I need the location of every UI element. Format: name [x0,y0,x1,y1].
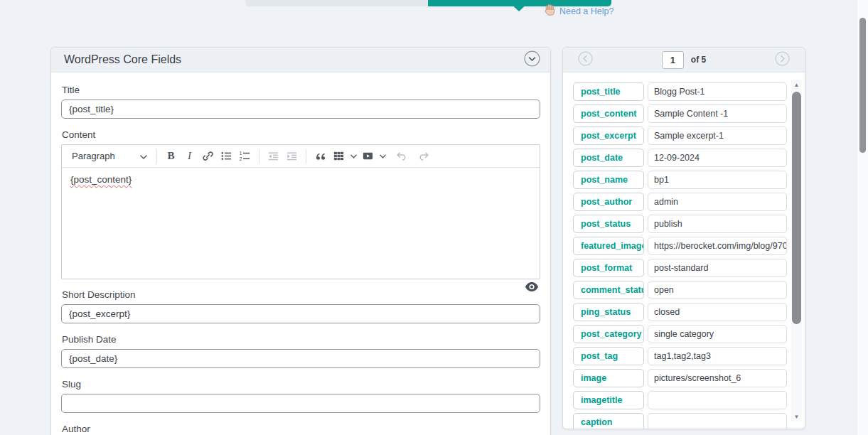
preview-scrollbar-thumb[interactable] [792,92,801,324]
row-value[interactable] [648,413,787,429]
slug-input[interactable] [61,394,540,413]
svg-text:1: 1 [240,151,242,156]
table-icon[interactable] [330,148,348,165]
blockquote-icon[interactable] [311,148,329,165]
row-value[interactable]: publish [648,215,787,233]
mapping-row: post_content Sample Content -1 [573,104,805,123]
row-field-label[interactable]: post_name [573,171,644,189]
collapse-panel-button[interactable] [524,50,540,69]
mapping-row: post_category single category [573,325,805,343]
table-menu-chevron-icon[interactable] [348,148,358,165]
row-value[interactable]: open [648,281,787,299]
outdent-icon[interactable] [264,148,282,165]
slug-field-label: Slug [62,379,540,390]
row-value[interactable]: Sample Content -1 [648,104,787,123]
italic-icon[interactable]: I [181,148,198,165]
row-value[interactable]: pictures/screenshot_6 [648,369,787,387]
link-icon[interactable] [199,148,217,165]
row-value[interactable]: https://berocket.com/img/blog/97001e [648,237,787,255]
toolbar-divider [259,149,259,163]
svg-text:2: 2 [240,156,242,161]
short-description-field-label: Short Description [62,289,540,301]
need-help-link[interactable]: Need a Help? [545,4,614,18]
indent-icon[interactable] [283,148,301,165]
mapping-row: image pictures/screenshot_6 [573,369,805,387]
row-field-label[interactable]: post_status [573,215,644,233]
content-editor-area[interactable]: {post_content} [62,168,540,279]
progress-pointer-icon [510,3,528,11]
record-total-label: of 5 [691,55,706,65]
row-value[interactable]: closed [648,303,787,321]
chevron-down-icon [140,151,147,161]
row-field-label[interactable]: featured_image [573,237,644,255]
chevron-down-circle-icon [524,50,540,69]
mapping-row: post_author admin [573,193,805,211]
row-field-label[interactable]: post_title [573,82,644,101]
mapping-row: post_format post-standard [573,259,805,277]
page-scrollbar[interactable] [857,0,868,435]
embed-media-icon[interactable] [359,148,377,165]
paragraph-format-select[interactable]: Paragraph [68,148,151,165]
row-value[interactable]: single category [648,325,787,343]
record-number-input[interactable] [662,51,684,69]
row-field-label[interactable]: post_category [573,325,644,343]
mapping-row: imagetitle [573,391,805,409]
row-field-label[interactable]: post_format [573,259,644,277]
author-field-label: Author [62,424,540,435]
row-field-label[interactable]: imagetitle [573,391,644,409]
mapping-row: ping_status closed [573,303,805,321]
redo-icon[interactable] [415,148,433,165]
toolbar-divider [306,149,306,163]
need-help-label[interactable]: Need a Help? [559,6,614,16]
row-value[interactable]: bp1 [648,171,787,189]
content-field-label: Content [62,129,540,141]
content-editor-value: {post_content} [70,174,132,185]
mapping-row: post_date 12-09-2024 [573,149,805,167]
row-field-label[interactable]: post_excerpt [573,127,644,145]
short-description-input[interactable] [61,304,540,323]
progress-bar-remaining [245,0,428,6]
bulleted-list-icon[interactable] [218,148,235,165]
row-field-label[interactable]: post_date [573,149,644,167]
chevron-right-circle-icon [775,51,790,68]
next-record-button[interactable] [775,51,790,68]
mapping-row: comment_status open [573,281,805,299]
import-preview-panel: of 5 post_title Blogg Post-1 post_conten… [562,47,805,429]
editor-toolbar: Paragraph B I [62,145,540,168]
row-value[interactable]: tag1,tag2,tag3 [648,347,787,365]
chevron-left-circle-icon [578,51,593,68]
mapping-row: post_title Blogg Post-1 [573,82,805,101]
bold-icon[interactable]: B [162,148,180,165]
mapping-row: post_excerpt Sample excerpt-1 [573,127,805,145]
title-field-label: Title [62,85,540,96]
mapping-row: caption [573,413,805,429]
row-field-label[interactable]: image [573,369,644,387]
title-input[interactable] [61,100,540,119]
preview-eye-icon[interactable] [525,281,538,294]
row-field-label[interactable]: post_tag [573,347,644,365]
row-value[interactable]: Sample excerpt-1 [648,127,787,145]
undo-icon[interactable] [392,148,410,165]
scroll-up-icon[interactable]: ▲ [791,80,802,90]
row-field-label[interactable]: post_author [573,193,644,211]
wordpress-core-fields-panel: WordPress Core Fields Title Content Para… [50,47,551,435]
numbered-list-icon[interactable]: 1 2 [236,148,254,165]
hand-icon [545,4,556,18]
row-field-label[interactable]: caption [573,413,644,429]
page-scrollbar-thumb[interactable] [859,18,866,153]
previous-record-button[interactable] [578,51,593,68]
row-value[interactable] [648,391,787,409]
row-field-label[interactable]: post_content [573,104,644,123]
row-value[interactable]: post-standard [648,259,787,277]
row-value[interactable]: 12-09-2024 [648,149,787,167]
panel-header: WordPress Core Fields [51,48,550,72]
embed-menu-chevron-icon[interactable] [377,148,387,165]
row-value[interactable]: admin [648,193,787,211]
scroll-down-icon[interactable]: ▼ [791,412,802,421]
row-field-label[interactable]: comment_status [573,281,644,299]
content-rich-text-editor[interactable]: Paragraph B I [61,144,540,279]
publish-date-input[interactable] [61,349,540,368]
preview-scrollbar[interactable]: ▲ ▼ [791,80,802,421]
row-value[interactable]: Blogg Post-1 [648,82,787,101]
row-field-label[interactable]: ping_status [573,303,644,321]
